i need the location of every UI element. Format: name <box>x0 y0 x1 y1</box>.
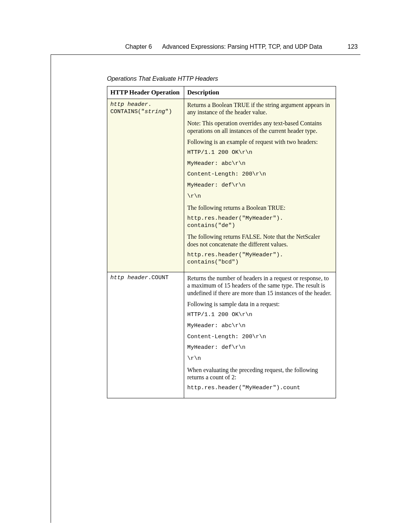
desc-text: When evaluating the preceding request, t… <box>187 366 333 381</box>
desc-text: Returns the number of headers in a reque… <box>187 275 333 297</box>
col-http-header-operation: HTTP Header Operation <box>107 86 184 99</box>
code-sample: MyHeader: def\r\n <box>187 182 333 189</box>
op-text: ") <box>165 109 172 115</box>
code-sample: http.res.header("MyHeader"). contains("b… <box>187 252 333 266</box>
op-text: .COUNT <box>148 275 169 281</box>
code-sample: MyHeader: abc\r\n <box>187 160 333 168</box>
operations-table: HTTP Header Operation Description http h… <box>107 86 336 398</box>
desc-text: The following returns FALSE. Note that t… <box>187 233 333 248</box>
chapter-title: Advanced Expressions: Parsing HTTP, TCP,… <box>162 43 322 50</box>
table-caption: Operations That Evaluate HTTP Headers <box>107 75 360 82</box>
code-sample: MyHeader: def\r\n <box>187 344 333 351</box>
code-sample: HTTP/1.1 200 OK\r\n <box>187 312 333 319</box>
description-cell: Returns the number of headers in a reque… <box>184 272 336 398</box>
table-header-row: HTTP Header Operation Description <box>107 86 336 99</box>
chapter-label: Chapter 6 <box>125 43 152 50</box>
operation-cell: http header. CONTAINS("string") <box>107 99 184 272</box>
desc-text: The following returns a Boolean TRUE: <box>187 204 333 211</box>
table-row: http header.COUNT Returns the number of … <box>107 272 336 398</box>
code-sample: Content-Length: 200\r\n <box>187 171 333 178</box>
table-row: http header. CONTAINS("string") Returns … <box>107 99 336 272</box>
code-sample: MyHeader: abc\r\n <box>187 323 333 330</box>
operation-cell: http header.COUNT <box>107 272 184 398</box>
description-cell: Returns a Boolean TRUE if the string arg… <box>184 99 336 272</box>
code-sample: Content-Length: 200\r\n <box>187 334 333 341</box>
desc-text: Returns a Boolean TRUE if the string arg… <box>187 101 333 116</box>
code-sample: \r\n <box>187 355 333 363</box>
code-sample: http.res.header("MyHeader").count <box>187 385 333 392</box>
content-frame: Chapter 6 Advanced Expressions: Parsing … <box>51 54 360 523</box>
desc-text: Note: This operation overrides any text-… <box>187 120 333 134</box>
code-sample: \r\n <box>187 193 333 200</box>
page-number: 123 <box>347 43 358 50</box>
code-sample: http.res.header("MyHeader"). contains("d… <box>187 215 333 230</box>
col-description: Description <box>184 86 336 99</box>
page: Chapter 6 Advanced Expressions: Parsing … <box>0 0 411 532</box>
op-http-header: http header <box>110 101 148 108</box>
op-arg: string <box>145 109 165 115</box>
desc-text: Following is an example of request with … <box>187 138 333 145</box>
op-text: CONTAINS(" <box>110 109 145 115</box>
op-text: . <box>148 101 151 108</box>
desc-text: Following is sample data in a request: <box>187 300 333 308</box>
op-http-header: http header <box>110 275 148 281</box>
code-sample: HTTP/1.1 200 OK\r\n <box>187 149 333 157</box>
